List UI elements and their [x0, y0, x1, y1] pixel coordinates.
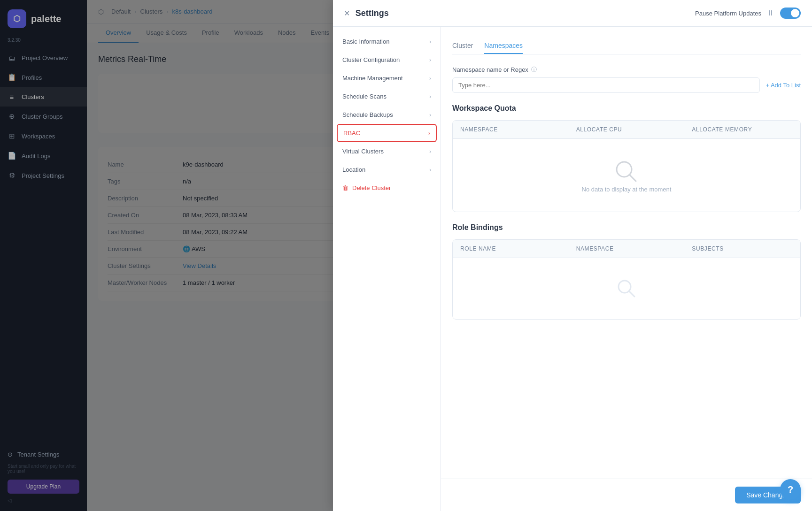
- settings-header: × Settings Pause Platform Updates ⏸: [333, 0, 812, 27]
- svg-line-3: [629, 291, 634, 297]
- chevron-right-icon: ›: [429, 167, 431, 173]
- quota-col-cpu: Allocate CPU: [569, 121, 685, 138]
- role-bindings-title: Role Bindings: [452, 223, 801, 232]
- quota-col-namespace: Namespace: [453, 121, 569, 138]
- chevron-right-icon: ›: [429, 112, 431, 118]
- trash-icon: 🗑: [342, 184, 348, 191]
- settings-content: Cluster Namespaces Namespace name or Reg…: [441, 27, 812, 511]
- chevron-right-icon: ›: [429, 38, 431, 45]
- role-table-header: Role Name Namespace Subjects: [453, 240, 800, 258]
- add-to-list-label: + Add To List: [766, 82, 801, 89]
- svg-line-1: [629, 175, 636, 181]
- settings-title: Settings: [356, 8, 389, 18]
- nav-cluster-configuration-label: Cluster Configuration: [342, 56, 400, 63]
- nav-machine-management[interactable]: Machine Management ›: [333, 69, 441, 87]
- close-button[interactable]: ×: [344, 8, 350, 19]
- role-no-data-icon: [615, 277, 638, 300]
- chevron-right-icon: ›: [429, 75, 431, 82]
- role-col-namespace: Namespace: [569, 240, 685, 258]
- namespace-input[interactable]: [452, 77, 760, 93]
- pause-label: Pause Platform Updates: [695, 10, 761, 17]
- pause-icon: ⏸: [767, 9, 774, 17]
- nav-location-label: Location: [342, 166, 365, 173]
- help-button[interactable]: ?: [780, 479, 801, 500]
- pause-toggle[interactable]: [780, 8, 801, 19]
- nav-machine-management-label: Machine Management: [342, 75, 403, 82]
- chevron-right-icon: ›: [428, 130, 430, 137]
- role-empty-state: [453, 258, 800, 319]
- quota-col-memory: Allocate Memory: [684, 121, 800, 138]
- settings-panel: × Settings Pause Platform Updates ⏸ Basi…: [333, 0, 812, 511]
- settings-nav: Basic Information › Cluster Configuratio…: [333, 27, 441, 511]
- settings-header-right: Pause Platform Updates ⏸: [695, 8, 801, 19]
- quota-table-header: Namespace Allocate CPU Allocate Memory: [453, 121, 800, 139]
- tab-cluster[interactable]: Cluster: [452, 38, 473, 54]
- chevron-right-icon: ›: [429, 148, 431, 155]
- nav-virtual-clusters[interactable]: Virtual Clusters ›: [333, 142, 441, 160]
- tab-namespaces[interactable]: Namespaces: [484, 38, 523, 54]
- nav-schedule-scans-label: Schedule Scans: [342, 93, 387, 100]
- settings-body: Basic Information › Cluster Configuratio…: [333, 27, 812, 511]
- nav-rbac[interactable]: RBAC ›: [337, 124, 437, 142]
- toggle-knob: [791, 9, 799, 17]
- nav-schedule-backups[interactable]: Schedule Backups ›: [333, 106, 441, 124]
- role-col-subjects: Subjects: [684, 240, 800, 258]
- no-data-icon: [612, 158, 641, 186]
- nav-virtual-clusters-label: Virtual Clusters: [342, 148, 384, 155]
- chevron-right-icon: ›: [429, 93, 431, 100]
- delete-cluster-button[interactable]: 🗑 Delete Cluster: [333, 179, 441, 197]
- nav-location[interactable]: Location ›: [333, 160, 441, 179]
- role-bindings-table: Role Name Namespace Subjects: [452, 239, 801, 320]
- namespace-label: Namespace name or Regex ⓘ: [452, 66, 801, 74]
- chevron-right-icon: ›: [429, 57, 431, 63]
- nav-schedule-scans[interactable]: Schedule Scans ›: [333, 87, 441, 106]
- info-icon: ⓘ: [531, 66, 537, 74]
- add-to-list-button[interactable]: + Add To List: [766, 82, 801, 89]
- delete-cluster-label: Delete Cluster: [352, 184, 391, 191]
- nav-basic-information[interactable]: Basic Information ›: [333, 32, 441, 51]
- content-tabs: Cluster Namespaces: [452, 38, 801, 54]
- namespace-input-row: + Add To List: [452, 77, 801, 93]
- nav-cluster-configuration[interactable]: Cluster Configuration ›: [333, 51, 441, 69]
- workspace-quota-title: Workspace Quota: [452, 104, 801, 113]
- nav-rbac-label: RBAC: [343, 130, 360, 137]
- nav-basic-information-label: Basic Information: [342, 38, 389, 45]
- quota-empty-text: No data to display at the moment: [582, 186, 672, 193]
- settings-footer: Save Changes: [441, 479, 812, 511]
- role-col-name: Role Name: [453, 240, 569, 258]
- quota-empty-state: No data to display at the moment: [453, 139, 800, 212]
- nav-schedule-backups-label: Schedule Backups: [342, 111, 393, 118]
- workspace-quota-table: Namespace Allocate CPU Allocate Memory: [452, 120, 801, 212]
- settings-content-inner: Cluster Namespaces Namespace name or Reg…: [441, 27, 812, 479]
